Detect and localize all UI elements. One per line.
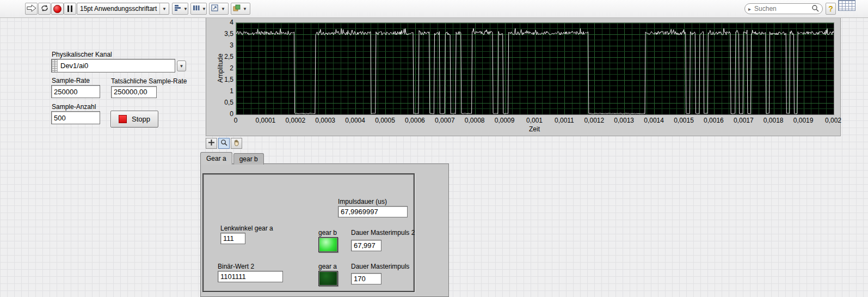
run-continuously-button[interactable] <box>38 3 51 15</box>
search-box: ▸ <box>744 3 823 14</box>
x-tick-label: 0,0003 <box>315 117 335 124</box>
reorder-objects-icon <box>233 4 241 13</box>
search-icon[interactable] <box>811 4 819 14</box>
binaer-wert-2-indicator: 1101111 <box>218 271 283 282</box>
x-axis-label: Zeit <box>529 125 540 133</box>
x-tick-label: 0,0013 <box>614 117 634 124</box>
gear-a-led <box>318 271 338 286</box>
impulsdauer-indicator: 67,9969997 <box>338 206 408 217</box>
waveform-graph: Amplitude 00,511,522,533,54 00,00010,000… <box>206 14 841 136</box>
font-selector[interactable]: 15pt Anwendungsschriftart ▼ <box>77 3 169 15</box>
stop-button-label: Stopp <box>132 115 150 123</box>
search-input[interactable] <box>753 4 809 13</box>
tab-gear-a-label: Gear a <box>206 155 226 162</box>
physical-channel-label: Physikalischer Kanal <box>52 51 112 58</box>
tab-strip: Gear a gear b <box>200 152 265 165</box>
crosshair-icon <box>208 139 215 148</box>
x-tick-label: 0,0005 <box>375 117 395 124</box>
x-tick-label: 0,0001 <box>256 117 276 124</box>
y-tick-label: 1,5 <box>224 76 233 83</box>
x-tick-label: 0,0014 <box>644 117 664 124</box>
cursor-move-tool-button[interactable] <box>206 138 217 149</box>
help-question-icon: ? <box>828 4 833 13</box>
pause-icon <box>67 5 72 12</box>
y-tick-label: 3 <box>230 41 233 49</box>
actual-sample-rate-indicator: 250000,00 <box>111 86 157 98</box>
y-tick-label: 0,5 <box>224 99 233 106</box>
sample-rate-input[interactable] <box>51 85 100 98</box>
sample-count-label: Sample-Anzahl <box>52 103 96 111</box>
gear-b-led-label: gear b <box>318 229 337 237</box>
stop-button[interactable]: Stopp <box>110 111 158 128</box>
zoom-tool-button[interactable] <box>218 138 230 149</box>
x-tick-label: 0,0011 <box>555 117 574 124</box>
x-tick-label: 0,0015 <box>674 117 694 124</box>
dauer-masterimpuls-2-label: Dauer Masterimpuls 2 <box>351 229 415 237</box>
x-tick-label: 0 <box>234 117 238 124</box>
x-tick-label: 0,0008 <box>465 117 485 124</box>
chevron-down-icon: ▼ <box>159 3 169 14</box>
y-tick-label: 4 <box>230 19 233 26</box>
align-objects-icon <box>174 4 181 13</box>
plot-area[interactable] <box>236 22 834 115</box>
physical-channel-input[interactable] <box>51 59 175 72</box>
x-tick-label: 0,001 <box>526 117 543 124</box>
sample-rate-label: Sample-Rate <box>52 77 90 84</box>
binaer-wert-2-label: Binär-Wert 2 <box>218 263 254 270</box>
pause-button[interactable] <box>64 3 76 15</box>
dauer-masterimpuls-label: Dauer Masterimpuls <box>351 263 409 270</box>
run-continuously-icon <box>40 4 49 14</box>
x-tick-label: 0,0018 <box>764 117 784 124</box>
chevron-down-icon: ▼ <box>181 3 190 14</box>
x-tick-label: 0,0017 <box>734 117 754 124</box>
pan-hand-tool-button[interactable] <box>231 138 242 149</box>
alignment-grid-icon[interactable] <box>838 0 855 11</box>
lenkwinkel-gear-a-indicator: 111 <box>220 233 245 244</box>
magnifier-icon <box>220 139 227 148</box>
abort-icon <box>53 5 61 13</box>
tab-page-gear-a: Impulsdauer (us) 67,9969997 Lenkwinkel g… <box>200 163 449 297</box>
chevron-down-icon: ▼ <box>219 3 227 14</box>
x-axis-ticks: 00,00010,00020,00030,00040,00050,00060,0… <box>236 117 833 125</box>
physical-channel-combo <box>51 59 175 72</box>
run-arrow-icon <box>27 4 36 14</box>
gear-b-led <box>318 237 338 252</box>
graph-palette <box>206 138 242 149</box>
physical-channel-dropdown-button[interactable]: ▼ <box>177 60 186 71</box>
chevron-down-icon: ▼ <box>241 3 249 14</box>
abort-button[interactable] <box>51 3 64 15</box>
toolbar: 15pt Anwendungsschriftart ▼ ▼ ▼ ▼ ▼ <box>0 0 868 18</box>
tab-gear-a[interactable]: Gear a <box>200 152 232 165</box>
y-tick-label: 2,5 <box>224 53 233 60</box>
hand-icon <box>233 139 240 148</box>
y-axis-ticks: 00,511,522,533,54 <box>215 22 233 114</box>
help-button[interactable]: ? <box>826 3 836 15</box>
font-selector-value: 15pt Anwendungsschriftart <box>77 5 159 13</box>
x-tick-label: 0,0002 <box>285 117 305 124</box>
x-tick-label: 0,0012 <box>584 117 604 124</box>
y-tick-label: 1 <box>230 87 233 95</box>
align-objects-dropdown[interactable]: ▼ <box>172 3 188 15</box>
y-tick-label: 2 <box>230 64 233 72</box>
chevron-down-icon: ▼ <box>180 64 184 69</box>
x-tick-label: 0,0009 <box>495 117 515 124</box>
sample-count-input[interactable] <box>51 111 100 124</box>
chevron-down-icon: ▼ <box>200 3 208 14</box>
impulsdauer-label: Impulsdauer (us) <box>338 198 387 205</box>
resize-objects-icon <box>211 4 219 13</box>
actual-sample-rate-label: Tatsächliche Sample-Rate <box>111 77 187 85</box>
tab-gear-b[interactable]: gear b <box>233 153 264 165</box>
x-tick-label: 0,0004 <box>345 117 365 124</box>
run-button[interactable] <box>25 3 38 15</box>
labview-front-panel: 15pt Anwendungsschriftart ▼ ▼ ▼ ▼ ▼ <box>0 0 868 297</box>
waveform-trace <box>236 23 834 114</box>
x-tick-label: 0,0006 <box>405 117 425 124</box>
tab-gear-b-label: gear b <box>239 155 258 163</box>
distribute-objects-dropdown[interactable]: ▼ <box>190 3 207 15</box>
stop-square-icon <box>119 115 127 123</box>
dauer-masterimpuls-indicator: 170 <box>351 273 381 284</box>
reorder-objects-dropdown[interactable]: ▼ <box>231 3 250 15</box>
gear-a-led-label: gear a <box>318 263 337 270</box>
io-channel-icon <box>52 59 58 72</box>
resize-objects-dropdown[interactable]: ▼ <box>209 3 229 15</box>
